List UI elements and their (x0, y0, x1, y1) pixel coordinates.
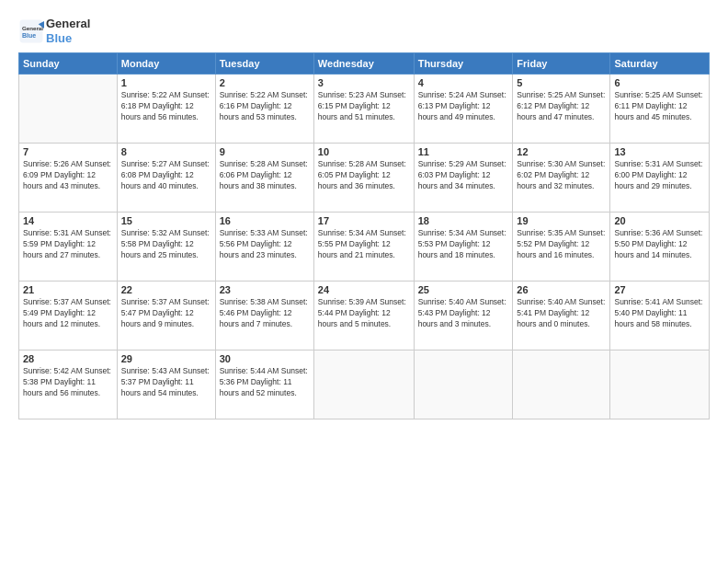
calendar-cell: 23Sunrise: 5:38 AM Sunset: 5:46 PM Dayli… (215, 282, 313, 350)
day-number: 16 (220, 215, 310, 226)
week-row-5: 28Sunrise: 5:42 AM Sunset: 5:38 PM Dayli… (19, 350, 710, 419)
day-number: 4 (418, 77, 509, 88)
calendar-cell: 8Sunrise: 5:27 AM Sunset: 6:08 PM Daylig… (117, 144, 215, 213)
day-number: 21 (23, 284, 113, 295)
day-number: 3 (318, 77, 410, 88)
header-row: SundayMondayTuesdayWednesdayThursdayFrid… (19, 53, 710, 75)
calendar-cell: 22Sunrise: 5:37 AM Sunset: 5:47 PM Dayli… (117, 282, 215, 350)
calendar-cell: 21Sunrise: 5:37 AM Sunset: 5:49 PM Dayli… (19, 282, 118, 350)
day-number: 15 (121, 215, 211, 226)
day-number: 26 (517, 284, 606, 295)
day-info: Sunrise: 5:24 AM Sunset: 6:13 PM Dayligh… (418, 90, 509, 123)
calendar-cell: 29Sunrise: 5:43 AM Sunset: 5:37 PM Dayli… (117, 350, 215, 419)
day-info: Sunrise: 5:27 AM Sunset: 6:08 PM Dayligh… (121, 159, 211, 192)
day-number: 23 (220, 284, 310, 295)
calendar-cell: 4Sunrise: 5:24 AM Sunset: 6:13 PM Daylig… (414, 75, 513, 144)
calendar-cell: 16Sunrise: 5:33 AM Sunset: 5:56 PM Dayli… (215, 213, 313, 282)
calendar-cell: 14Sunrise: 5:31 AM Sunset: 5:59 PM Dayli… (19, 213, 118, 282)
day-number: 10 (318, 146, 410, 157)
day-info: Sunrise: 5:36 AM Sunset: 5:50 PM Dayligh… (614, 228, 705, 261)
day-info: Sunrise: 5:39 AM Sunset: 5:44 PM Dayligh… (318, 297, 410, 330)
day-info: Sunrise: 5:22 AM Sunset: 6:18 PM Dayligh… (121, 90, 211, 123)
calendar-cell: 7Sunrise: 5:26 AM Sunset: 6:09 PM Daylig… (19, 144, 118, 213)
day-info: Sunrise: 5:23 AM Sunset: 6:15 PM Dayligh… (318, 90, 410, 123)
calendar-cell: 30Sunrise: 5:44 AM Sunset: 5:36 PM Dayli… (215, 350, 313, 419)
day-info: Sunrise: 5:28 AM Sunset: 6:05 PM Dayligh… (318, 159, 410, 192)
svg-text:General: General (22, 25, 43, 31)
day-number: 24 (318, 284, 410, 295)
calendar-cell: 19Sunrise: 5:35 AM Sunset: 5:52 PM Dayli… (513, 213, 610, 282)
day-info: Sunrise: 5:44 AM Sunset: 5:36 PM Dayligh… (220, 366, 310, 399)
day-info: Sunrise: 5:33 AM Sunset: 5:56 PM Dayligh… (220, 228, 310, 261)
calendar-cell: 18Sunrise: 5:34 AM Sunset: 5:53 PM Dayli… (414, 213, 513, 282)
calendar-page: General Blue General Blue SundayMondayTu… (0, 0, 728, 563)
calendar-cell (414, 350, 513, 419)
calendar-cell: 20Sunrise: 5:36 AM Sunset: 5:50 PM Dayli… (610, 213, 710, 282)
day-number: 25 (418, 284, 509, 295)
day-info: Sunrise: 5:37 AM Sunset: 5:47 PM Dayligh… (121, 297, 211, 330)
day-info: Sunrise: 5:22 AM Sunset: 6:16 PM Dayligh… (220, 90, 310, 123)
calendar-cell (610, 350, 710, 419)
logo-text-blue: Blue (46, 31, 90, 46)
day-number: 11 (418, 146, 509, 157)
calendar-cell: 6Sunrise: 5:25 AM Sunset: 6:11 PM Daylig… (610, 75, 710, 144)
week-row-2: 7Sunrise: 5:26 AM Sunset: 6:09 PM Daylig… (19, 144, 710, 213)
calendar-cell: 24Sunrise: 5:39 AM Sunset: 5:44 PM Dayli… (313, 282, 414, 350)
day-number: 8 (121, 146, 211, 157)
day-header-saturday: Saturday (610, 53, 710, 75)
day-info: Sunrise: 5:26 AM Sunset: 6:09 PM Dayligh… (23, 159, 113, 192)
day-number: 14 (23, 215, 113, 226)
calendar-cell: 25Sunrise: 5:40 AM Sunset: 5:43 PM Dayli… (414, 282, 513, 350)
calendar-cell: 2Sunrise: 5:22 AM Sunset: 6:16 PM Daylig… (215, 75, 313, 144)
calendar-table: SundayMondayTuesdayWednesdayThursdayFrid… (18, 52, 710, 419)
day-number: 22 (121, 284, 211, 295)
calendar-cell (513, 350, 610, 419)
day-number: 29 (121, 353, 211, 364)
calendar-cell: 12Sunrise: 5:30 AM Sunset: 6:02 PM Dayli… (513, 144, 610, 213)
calendar-cell: 5Sunrise: 5:25 AM Sunset: 6:12 PM Daylig… (513, 75, 610, 144)
day-info: Sunrise: 5:28 AM Sunset: 6:06 PM Dayligh… (220, 159, 310, 192)
calendar-cell: 26Sunrise: 5:40 AM Sunset: 5:41 PM Dayli… (513, 282, 610, 350)
week-row-1: 1Sunrise: 5:22 AM Sunset: 6:18 PM Daylig… (19, 75, 710, 144)
day-number: 17 (318, 215, 410, 226)
day-info: Sunrise: 5:42 AM Sunset: 5:38 PM Dayligh… (23, 366, 113, 399)
day-header-thursday: Thursday (414, 53, 513, 75)
day-number: 6 (614, 77, 705, 88)
calendar-cell (313, 350, 414, 419)
day-info: Sunrise: 5:37 AM Sunset: 5:49 PM Dayligh… (23, 297, 113, 330)
calendar-cell: 15Sunrise: 5:32 AM Sunset: 5:58 PM Dayli… (117, 213, 215, 282)
week-row-4: 21Sunrise: 5:37 AM Sunset: 5:49 PM Dayli… (19, 282, 710, 350)
day-info: Sunrise: 5:35 AM Sunset: 5:52 PM Dayligh… (517, 228, 606, 261)
day-info: Sunrise: 5:32 AM Sunset: 5:58 PM Dayligh… (121, 228, 211, 261)
day-header-tuesday: Tuesday (215, 53, 313, 75)
day-info: Sunrise: 5:38 AM Sunset: 5:46 PM Dayligh… (220, 297, 310, 330)
day-number: 13 (614, 146, 705, 157)
week-row-3: 14Sunrise: 5:31 AM Sunset: 5:59 PM Dayli… (19, 213, 710, 282)
calendar-cell: 3Sunrise: 5:23 AM Sunset: 6:15 PM Daylig… (313, 75, 414, 144)
day-info: Sunrise: 5:41 AM Sunset: 5:40 PM Dayligh… (614, 297, 705, 330)
day-number: 5 (517, 77, 606, 88)
calendar-cell: 27Sunrise: 5:41 AM Sunset: 5:40 PM Dayli… (610, 282, 710, 350)
day-header-monday: Monday (117, 53, 215, 75)
calendar-cell: 1Sunrise: 5:22 AM Sunset: 6:18 PM Daylig… (117, 75, 215, 144)
day-number: 18 (418, 215, 509, 226)
day-info: Sunrise: 5:30 AM Sunset: 6:02 PM Dayligh… (517, 159, 606, 192)
day-number: 20 (614, 215, 705, 226)
day-info: Sunrise: 5:43 AM Sunset: 5:37 PM Dayligh… (121, 366, 211, 399)
day-info: Sunrise: 5:31 AM Sunset: 5:59 PM Dayligh… (23, 228, 113, 261)
calendar-body: 1Sunrise: 5:22 AM Sunset: 6:18 PM Daylig… (19, 75, 710, 419)
day-info: Sunrise: 5:25 AM Sunset: 6:11 PM Dayligh… (614, 90, 705, 123)
calendar-cell: 28Sunrise: 5:42 AM Sunset: 5:38 PM Dayli… (19, 350, 118, 419)
calendar-cell: 10Sunrise: 5:28 AM Sunset: 6:05 PM Dayli… (313, 144, 414, 213)
day-info: Sunrise: 5:40 AM Sunset: 5:41 PM Dayligh… (517, 297, 606, 330)
calendar-cell: 9Sunrise: 5:28 AM Sunset: 6:06 PM Daylig… (215, 144, 313, 213)
logo-text-general: General (46, 17, 90, 31)
day-info: Sunrise: 5:25 AM Sunset: 6:12 PM Dayligh… (517, 90, 606, 123)
day-number: 9 (220, 146, 310, 157)
svg-text:Blue: Blue (22, 32, 36, 39)
page-header: General Blue General Blue (18, 17, 710, 45)
logo-icon: General Blue (18, 18, 44, 44)
day-number: 27 (614, 284, 705, 295)
day-number: 19 (517, 215, 606, 226)
day-header-friday: Friday (513, 53, 610, 75)
